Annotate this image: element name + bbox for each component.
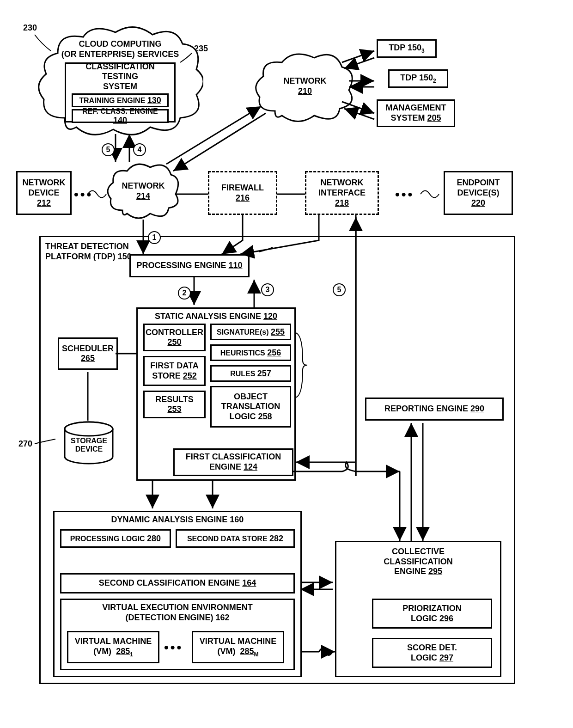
col-t3: ENGINE (394, 567, 426, 576)
static-title: STATIC ANALYSIS ENGINE (155, 312, 261, 321)
results: RESULTS 253 (143, 391, 206, 418)
mgmt-ref: 205 (427, 113, 441, 122)
cts-l1: CLASSIFICATION TESTING (69, 62, 171, 82)
vmm-ref: 285 (240, 647, 254, 656)
pl-ref: 280 (147, 534, 161, 543)
fce-ref: 124 (244, 462, 257, 471)
ctrl-label: CONTROLLER (146, 328, 203, 338)
ref-class-engine: REF. CLASS. ENGINE 140 (72, 109, 169, 123)
ref-class-ref: 140 (113, 116, 127, 125)
sig-label: SIGNATURE(s) (217, 328, 269, 336)
otl-ref: 258 (258, 412, 272, 421)
otl-l2: TRANSLATION (221, 402, 280, 412)
tdp2-sub: 2 (433, 78, 436, 84)
classification-testing-system: CLASSIFICATION TESTING SYSTEM TRAINING E… (65, 62, 176, 122)
static-ref: 120 (263, 312, 277, 321)
sig-ref: 255 (271, 327, 285, 336)
step-4: 4 (133, 143, 146, 156)
firewall: FIREWALL 216 (208, 171, 277, 215)
step-3: 3 (261, 283, 274, 296)
fds-l2: STORE (152, 371, 181, 380)
netif-ref: 218 (335, 198, 349, 208)
cts-l2: SYSTEM (103, 82, 137, 92)
dyn-ref: 160 (230, 515, 244, 524)
ref-270: 270 (18, 439, 32, 449)
sds-label: SECOND DATA STORE (187, 535, 268, 543)
otl-l3: LOGIC (229, 412, 256, 421)
pe-ref: 110 (229, 261, 243, 270)
training-engine: TRAINING ENGINE 130 (72, 93, 169, 107)
fce-l1: FIRST CLASSIFICATION (186, 452, 281, 462)
tdp3-sub: 3 (421, 48, 425, 54)
rules: RULES 257 (210, 365, 291, 382)
ref-class-label: REF. CLASS. ENGINE (82, 107, 158, 115)
prior-l1: PRIORIZATION (402, 604, 462, 614)
processing-engine: PROCESSING ENGINE 110 (129, 254, 250, 277)
netdev-l2: DEVICE (28, 188, 59, 198)
cloud-title-l1: CLOUD COMPUTING (37, 39, 203, 49)
tdp-1502: TDP 1502 (388, 69, 448, 88)
storage-device: STORAGE DEVICE (62, 421, 116, 469)
fds-ref: 252 (183, 371, 197, 380)
col-t2: CLASSIFICATION (384, 557, 453, 567)
ctrl-ref: 250 (167, 337, 181, 347)
sce-ref: 164 (242, 578, 256, 587)
signatures: SIGNATURE(s) 255 (210, 324, 291, 340)
storage-l2: DEVICE (62, 445, 116, 453)
step-5b: 5 (333, 283, 346, 296)
vm-ellipsis: ••• (164, 640, 183, 655)
network-214-cloud: NETWORK 214 (106, 162, 180, 222)
netdev-ref: 212 (37, 198, 51, 208)
heur-label: HEURISTICS (220, 349, 265, 357)
net214-label: NETWORK (106, 181, 180, 191)
network-interface: NETWORK INTERFACE 218 (305, 171, 379, 215)
controller: CONTROLLER 250 (143, 324, 206, 351)
heuristics: HEURISTICS 256 (210, 344, 291, 361)
score-l2: LOGIC (411, 653, 437, 662)
priorization-logic: PRIORIZATION LOGIC 296 (372, 599, 492, 629)
second-data-store: SECOND DATA STORE 282 (176, 529, 295, 548)
second-classification-engine: SECOND CLASSIFICATION ENGINE 164 (60, 573, 295, 593)
netdev-l1: NETWORK (23, 178, 66, 188)
first-classification-engine: FIRST CLASSIFICATION ENGINE 124 (173, 448, 293, 476)
fce-l2: ENGINE (209, 462, 241, 471)
pl-label: PROCESSING LOGIC (70, 535, 145, 543)
processing-logic: PROCESSING LOGIC 280 (60, 529, 171, 548)
firewall-ref: 216 (236, 193, 250, 203)
rules-label: RULES (230, 370, 255, 378)
prior-ref: 296 (439, 614, 453, 623)
ellipsis-right: ••• (395, 187, 414, 202)
training-ref: 130 (147, 96, 161, 105)
otl-l1: OBJECT (234, 392, 268, 402)
step-5a: 5 (102, 143, 115, 156)
score-det-logic: SCORE DET. LOGIC 297 (372, 638, 492, 668)
tdp3-label: TDP 150 (389, 43, 421, 52)
sce-label: SECOND CLASSIFICATION ENGINE (99, 578, 240, 587)
endpoint-l2: DEVICE(S) (457, 188, 499, 198)
vmm-l1: VIRTUAL MACHINE (200, 636, 277, 647)
object-translation-logic: OBJECT TRANSLATION LOGIC 258 (210, 386, 291, 428)
net210-ref: 210 (254, 86, 356, 96)
architecture-diagram: 230 235 270 240 122 260 288 1 2 3 4 5 5 … (9, 9, 564, 719)
fds-l1: FIRST DATA (150, 361, 198, 371)
network-device: NETWORK DEVICE 212 (16, 171, 72, 215)
firewall-label: FIREWALL (221, 183, 264, 193)
sch-ref: 265 (81, 354, 95, 363)
reporting-engine: REPORTING ENGINE 290 (365, 398, 504, 421)
first-data-store: FIRST DATA STORE 252 (143, 356, 206, 386)
col-t1: COLLECTIVE (392, 547, 445, 557)
tdp-t1: THREAT DETECTION (45, 242, 129, 251)
vee-ref: 162 (215, 613, 229, 622)
tdp2-label: TDP 150 (400, 73, 433, 82)
rep-ref: 290 (470, 404, 484, 413)
res-label: RESULTS (155, 395, 194, 405)
vm1-l2: (VM) (93, 647, 111, 656)
vmm-l2: (VM) (217, 647, 235, 656)
vm1-l1: VIRTUAL MACHINE (75, 636, 152, 647)
sds-ref: 282 (269, 534, 283, 543)
tdp-1503: TDP 1503 (377, 39, 437, 58)
endpoint-l1: ENDPOINT (457, 178, 500, 188)
cloud-services: CLOUD COMPUTING (OR ENTERPRISE) SERVICES… (37, 25, 203, 139)
vm1-ref: 285 (116, 647, 130, 656)
training-label: TRAINING ENGINE (79, 97, 145, 104)
